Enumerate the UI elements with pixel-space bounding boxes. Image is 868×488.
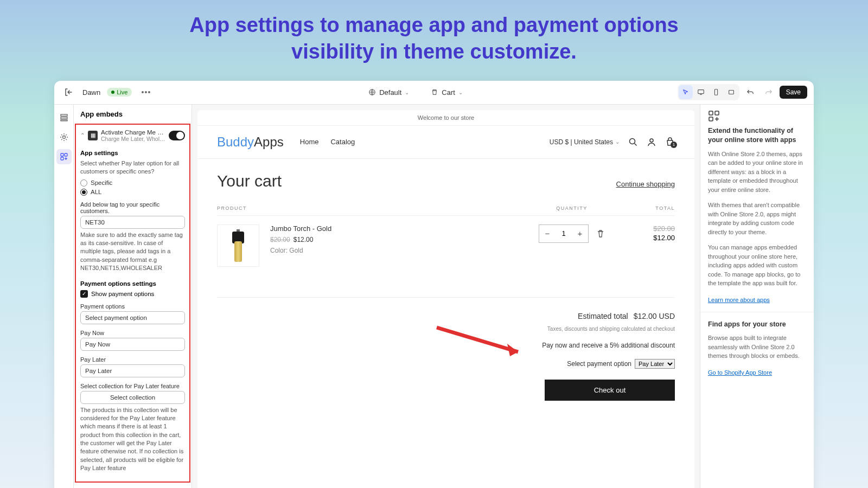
inspector-icon[interactable] [679,85,693,99]
svg-rect-5 [61,117,67,119]
exit-icon[interactable] [61,85,76,100]
embed-sub: Charge Me Later, Wholesal... [101,136,165,142]
rp-para-3: You can manage apps embedded throughout … [708,243,806,288]
continue-shopping-link[interactable]: Continue shopping [616,180,675,188]
product-image [217,224,259,267]
desktop-icon[interactable] [694,85,708,99]
store-logo: BuddyApps [217,134,284,150]
remove-item-icon[interactable] [596,229,605,238]
qty-plus-button[interactable]: + [572,225,588,242]
rp-heading-1: Extend the functionality of your online … [708,126,806,145]
svg-rect-9 [65,153,67,156]
more-icon[interactable]: ••• [138,85,154,100]
search-icon[interactable] [628,137,638,147]
live-badge: Live [107,88,132,97]
paynow-label: Pay Now [80,330,185,336]
paylater-label: Pay Later [80,356,185,363]
cart-item: Jumbo Torch - Gold $20.00$12.00 Color: G… [217,215,675,275]
currency-selector[interactable]: USD $ | United States⌄ [550,138,620,146]
top-bar: Dawn Live ••• Default⌄ Cart⌄ Save [54,81,814,105]
cart-badge: 1 [671,142,677,148]
checkout-button[interactable]: Check out [545,380,675,401]
line-old-price: $20.00 [626,224,675,233]
embed-name: Activate Charge Me Later [101,129,165,136]
pay-later-question: Select whether Pay later option for all … [80,159,185,176]
svg-rect-8 [61,153,63,156]
estimated-total: $12.00 USD [634,312,675,320]
payment-options-select[interactable]: Select payment option [80,311,185,324]
svg-rect-2 [714,89,717,95]
redo-icon[interactable] [761,85,776,100]
embed-toggle[interactable] [169,131,185,140]
product-old-price: $20.00 [270,236,290,243]
payment-select[interactable]: Pay Later [635,359,675,369]
svg-rect-15 [709,117,713,121]
svg-rect-1 [698,90,704,94]
radio-all[interactable]: ALL [80,189,185,196]
product-name[interactable]: Jumbo Torch - Gold [270,224,518,233]
paynow-input[interactable] [80,338,185,351]
callout-arrow-icon [434,325,532,363]
app-settings-heading: App settings [80,150,185,156]
left-panel: App embeds ⌃ ▦ Activate Charge Me Later … [74,105,192,488]
qty-minus-button[interactable]: − [539,225,556,242]
right-panel: Extend the functionality of your online … [700,105,814,488]
undo-icon[interactable] [743,85,758,100]
cart-icon[interactable]: 1 [665,137,675,147]
template-selector[interactable]: Default⌄ [368,88,409,97]
save-button[interactable]: Save [780,86,807,99]
device-preview-group [678,84,739,100]
store-preview: Welcome to our store BuddyApps Home Cata… [197,110,694,488]
account-icon[interactable] [647,137,656,147]
app-settings-highlight: ⌃ ▦ Activate Charge Me Later Charge Me L… [75,124,190,483]
tag-label: Add below tag to your specific customers… [80,201,185,214]
app-store-link[interactable]: Go to Shopify App Store [708,369,772,376]
paylater-input[interactable] [80,364,185,377]
app-icon: ▦ [88,131,98,140]
theme-editor-window: Dawn Live ••• Default⌄ Cart⌄ Save [54,81,814,488]
store-header: BuddyApps Home Catalog USD $ | United St… [197,126,694,159]
svg-rect-3 [729,91,733,94]
page-selector[interactable]: Cart⌄ [431,88,463,97]
learn-more-link[interactable]: Learn more about apps [708,297,770,303]
rp-para-2: With themes that aren't compatible with … [708,201,806,236]
nav-links: Home Catalog [300,138,355,146]
mobile-icon[interactable] [709,85,723,99]
rp-para-4: Browse apps built to integrate seamlessl… [708,333,806,361]
payment-options-label: Payment options [80,303,185,310]
nav-catalog[interactable]: Catalog [330,138,355,146]
select-collection-button[interactable]: Select collection [80,391,185,404]
svg-rect-4 [61,114,67,116]
collection-label: Select collection for Pay Later feature [80,383,185,389]
payment-select-label: Select payment option [567,360,631,368]
hero-title: App settings to manage app and payment o… [0,0,868,81]
radio-specific[interactable]: Specific [80,179,185,187]
rp-para-1: With Online Store 2.0 themes, apps can b… [708,150,806,195]
nav-home[interactable]: Home [300,138,319,146]
app-embeds-icon[interactable] [56,149,72,164]
collection-help: The products in this collection will be … [80,406,185,473]
svg-rect-10 [61,157,63,160]
payment-options-heading: Payment options settings [80,280,185,287]
theme-settings-icon[interactable] [56,130,72,145]
cart-totals: Estimated total$12.00 USD Taxes, discoun… [217,297,675,401]
left-icon-rail [54,105,74,488]
fullwidth-icon[interactable] [724,85,738,99]
svg-point-11 [630,138,635,144]
cart-table-header: PRODUCT QUANTITY TOTAL [217,206,675,215]
theme-name: Dawn [82,88,100,97]
qty-value[interactable]: 1 [556,229,572,237]
svg-rect-6 [61,120,67,121]
sections-icon[interactable] [56,110,72,125]
line-price: $12.00 [653,234,675,242]
tag-help: Make sure to add the exactly same tag as… [80,231,185,273]
apps-grid-icon [708,110,806,122]
svg-point-12 [650,139,653,142]
chevron-down-icon[interactable]: ⌃ [80,132,85,138]
svg-point-7 [62,136,65,138]
show-payment-checkbox[interactable]: ✓Show payment options [80,290,185,298]
preview-canvas: Welcome to our store BuddyApps Home Cata… [192,105,700,488]
panel-title: App embeds [74,105,192,124]
quantity-stepper: − 1 + [539,224,589,243]
tag-input[interactable] [80,216,185,229]
